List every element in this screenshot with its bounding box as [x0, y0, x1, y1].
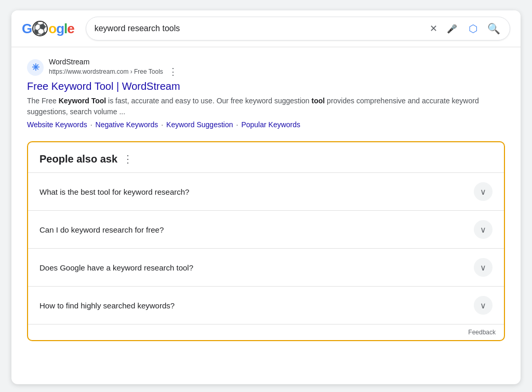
result-link-popular-keywords[interactable]: Popular Keywords: [241, 120, 300, 129]
main-content: ✳ WordStream https://www.wordstream.com …: [11, 47, 521, 357]
paa-item-2[interactable]: Can I do keyword research for free? ∨: [28, 210, 504, 248]
lens-button[interactable]: ⬡: [466, 21, 480, 36]
paa-chevron-2: ∨: [474, 220, 493, 239]
chevron-down-icon-2: ∨: [480, 225, 486, 235]
clear-button[interactable]: ✕: [429, 22, 438, 35]
lens-icon: ⬡: [469, 22, 477, 35]
paa-chevron-3: ∨: [474, 258, 493, 277]
people-also-ask-box: People also ask ⋮ What is the best tool …: [27, 141, 505, 341]
paa-title: People also ask: [39, 153, 117, 165]
paa-menu-icon[interactable]: ⋮: [123, 153, 133, 165]
logo-letter-g2: g: [56, 21, 64, 37]
browser-window: Gogle ✕ 🎤 ⬡ 🔍: [11, 10, 521, 384]
result-url: https://www.wordstream.com › Free Tools: [49, 68, 163, 75]
result-source: ✳ WordStream https://www.wordstream.com …: [27, 58, 505, 77]
logo-letter-g: G: [22, 21, 32, 37]
paa-header: People also ask ⋮: [28, 142, 504, 172]
search-result: ✳ WordStream https://www.wordstream.com …: [27, 58, 505, 129]
link-separator-2: ·: [161, 120, 163, 129]
paa-chevron-1: ∨: [474, 182, 493, 201]
result-links: Website Keywords · Negative Keywords · K…: [27, 120, 505, 129]
paa-item-4[interactable]: How to find highly searched keywords? ∨: [28, 286, 504, 324]
result-site-name: WordStream: [49, 58, 178, 66]
link-separator-1: ·: [90, 120, 92, 129]
search-button[interactable]: 🔍: [486, 21, 501, 36]
search-box: ✕ 🎤 ⬡ 🔍: [86, 17, 510, 40]
paa-question-4: How to find highly searched keywords?: [39, 301, 175, 310]
result-snippet: The Free Keyword Tool is fast, accurate …: [27, 96, 505, 117]
paa-feedback[interactable]: Feedback: [28, 324, 504, 340]
paa-question-3: Does Google have a keyword research tool…: [39, 263, 193, 272]
search-bar-area: Gogle ✕ 🎤 ⬡ 🔍: [11, 10, 521, 47]
paa-question-1: What is the best tool for keyword resear…: [39, 187, 189, 196]
microphone-button[interactable]: 🎤: [445, 21, 459, 36]
search-icon: 🔍: [487, 22, 500, 35]
logo-soccer-ball: [32, 21, 48, 36]
paa-chevron-4: ∨: [474, 296, 493, 315]
result-favicon: ✳: [27, 59, 44, 76]
result-url-row: https://www.wordstream.com › Free Tools …: [49, 66, 178, 77]
microphone-icon: 🎤: [447, 24, 457, 34]
google-logo: Gogle: [22, 21, 74, 37]
chevron-down-icon-3: ∨: [480, 263, 486, 273]
result-link-website-keywords[interactable]: Website Keywords: [27, 120, 87, 129]
paa-question-2: Can I do keyword research for free?: [39, 225, 164, 234]
result-site-info: WordStream https://www.wordstream.com › …: [49, 58, 178, 77]
result-menu-dots[interactable]: ⋮: [168, 66, 178, 77]
search-icons: ✕ 🎤 ⬡ 🔍: [429, 21, 501, 36]
result-link-negative-keywords[interactable]: Negative Keywords: [96, 120, 158, 129]
chevron-down-icon-4: ∨: [480, 301, 486, 310]
chevron-down-icon-1: ∨: [480, 187, 486, 197]
link-separator-3: ·: [236, 120, 238, 129]
logo-letter-e: e: [67, 21, 74, 37]
paa-item-1[interactable]: What is the best tool for keyword resear…: [28, 172, 504, 210]
clear-icon: ✕: [430, 23, 437, 34]
result-link-keyword-suggestion[interactable]: Keyword Suggestion: [166, 120, 233, 129]
result-title[interactable]: Free Keyword Tool | WordStream: [27, 80, 505, 92]
logo-letter-o2: o: [48, 21, 56, 37]
paa-item-3[interactable]: Does Google have a keyword research tool…: [28, 248, 504, 286]
favicon-symbol: ✳: [32, 62, 39, 73]
search-input[interactable]: [95, 24, 423, 33]
